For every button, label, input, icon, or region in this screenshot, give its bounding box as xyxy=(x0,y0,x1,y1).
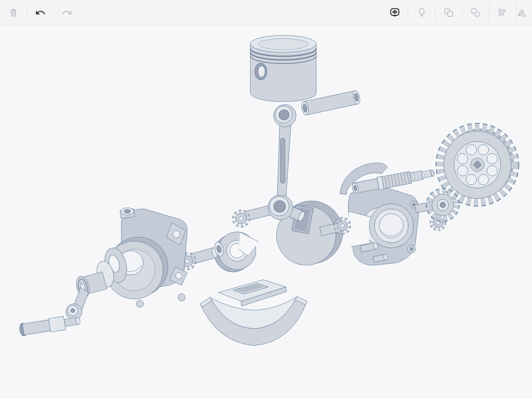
delete-button[interactable] xyxy=(0,0,27,25)
group-button[interactable] xyxy=(435,0,462,25)
top-toolbar xyxy=(0,0,532,26)
mirror-icon xyxy=(516,7,527,18)
mirror-button[interactable] xyxy=(516,0,532,25)
redo-button[interactable] xyxy=(53,0,80,25)
undo-icon xyxy=(35,7,46,18)
toolbar-left-group xyxy=(0,0,80,25)
bearing-cap-plate[interactable] xyxy=(218,280,286,306)
viewport-3d[interactable] xyxy=(0,26,532,399)
group-icon xyxy=(443,7,454,18)
piston[interactable] xyxy=(250,35,316,102)
lightbulb-icon xyxy=(416,7,427,18)
ungroup-button[interactable] xyxy=(462,0,489,25)
eye-bubble-icon xyxy=(389,7,400,18)
ungroup-icon xyxy=(470,7,481,18)
connecting-rod[interactable] xyxy=(268,104,296,220)
toggle-visibility-button[interactable] xyxy=(381,0,408,25)
align-button[interactable] xyxy=(489,0,516,25)
pinion-gear[interactable] xyxy=(415,192,456,218)
undo-button[interactable] xyxy=(27,0,53,25)
redo-icon xyxy=(61,7,72,18)
knuckle[interactable] xyxy=(66,304,82,320)
align-icon xyxy=(497,7,508,18)
trash-icon xyxy=(8,7,19,18)
modeling-canvas[interactable] xyxy=(0,26,532,399)
show-all-button[interactable] xyxy=(408,0,435,25)
lower-bearing-saddle[interactable] xyxy=(200,297,307,346)
toolbar-right-group xyxy=(381,0,532,25)
